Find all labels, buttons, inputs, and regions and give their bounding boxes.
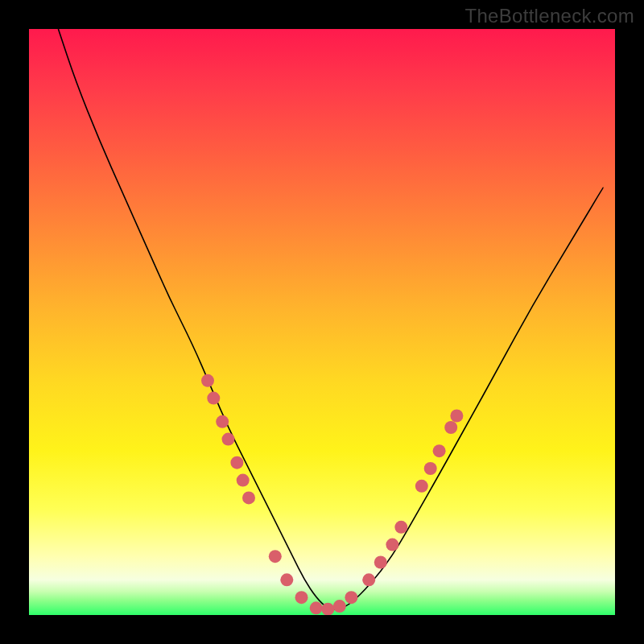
data-dot — [242, 491, 255, 504]
plot-area — [29, 29, 615, 615]
watermark-text: TheBottleneck.com — [464, 5, 634, 27]
data-dot — [424, 462, 437, 475]
data-dot — [237, 474, 250, 487]
data-dots — [201, 374, 463, 615]
data-dot — [269, 550, 282, 563]
data-dot — [230, 456, 243, 469]
data-dot — [333, 600, 346, 613]
data-dot — [362, 573, 375, 586]
data-dot — [444, 421, 457, 434]
curve-svg — [29, 29, 615, 615]
data-dot — [394, 521, 407, 534]
data-dot — [374, 556, 387, 569]
data-dot — [386, 539, 398, 551]
data-dot — [201, 374, 214, 387]
data-dot — [216, 415, 229, 428]
data-dot — [450, 410, 463, 423]
data-dot — [295, 591, 308, 604]
bottleneck-curve — [58, 29, 603, 609]
data-dot — [310, 601, 323, 614]
chart-frame: TheBottleneck.com — [0, 0, 644, 644]
data-dot — [207, 392, 220, 405]
data-dot — [433, 444, 446, 457]
data-dot — [415, 480, 428, 493]
data-dot — [280, 573, 293, 586]
data-dot — [345, 591, 357, 604]
data-dot — [321, 603, 334, 615]
data-dot — [222, 433, 235, 446]
